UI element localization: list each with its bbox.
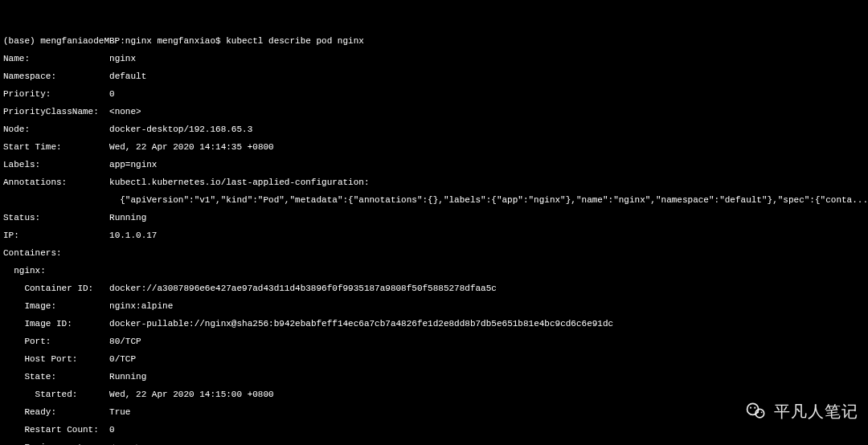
field-ip: IP: 10.1.0.17: [3, 231, 865, 240]
svg-point-4: [757, 411, 759, 413]
containers-header: Containers:: [3, 249, 865, 258]
container-restart-count: Restart Count: 0: [3, 426, 865, 435]
svg-point-2: [750, 407, 751, 409]
field-status: Status: Running: [3, 214, 865, 222]
container-image: Image: nginx:alpine: [3, 302, 865, 311]
container-host-port: Host Port: 0/TCP: [3, 355, 865, 364]
watermark-text: 平凡人笔记: [774, 403, 858, 419]
field-priority-class: PriorityClassName: <none>: [3, 108, 865, 116]
container-image-id: Image ID: docker-pullable://nginx@sha256…: [3, 320, 865, 329]
container-ready: Ready: True: [3, 408, 865, 417]
container-id: Container ID: docker://a3087896e6e427ae9…: [3, 284, 865, 293]
field-namespace: Namespace: default: [3, 72, 865, 81]
field-annotations-2: {"apiVersion":"v1","kind":"Pod","metadat…: [3, 196, 865, 205]
container-port: Port: 80/TCP: [3, 337, 865, 346]
field-node: Node: docker-desktop/192.168.65.3: [3, 125, 865, 134]
svg-point-3: [754, 407, 755, 409]
field-name: Name: nginx: [3, 55, 865, 63]
field-labels: Labels: app=nginx: [3, 161, 865, 169]
field-start-time: Start Time: Wed, 22 Apr 2020 14:14:35 +0…: [3, 143, 865, 152]
container-state: State: Running: [3, 373, 865, 382]
wechat-icon: [745, 400, 768, 423]
prompt-line: (base) mengfaniaodeMBP:nginx mengfanxiao…: [3, 37, 865, 46]
container-name: nginx:: [3, 267, 865, 276]
field-annotations-1: Annotations: kubectl.kubernetes.io/last-…: [3, 178, 865, 187]
field-priority: Priority: 0: [3, 90, 865, 99]
svg-point-5: [761, 411, 763, 413]
container-started: Started: Wed, 22 Apr 2020 14:15:00 +0800: [3, 390, 865, 399]
watermark: 平凡人笔记: [745, 400, 858, 423]
svg-point-0: [747, 403, 759, 414]
